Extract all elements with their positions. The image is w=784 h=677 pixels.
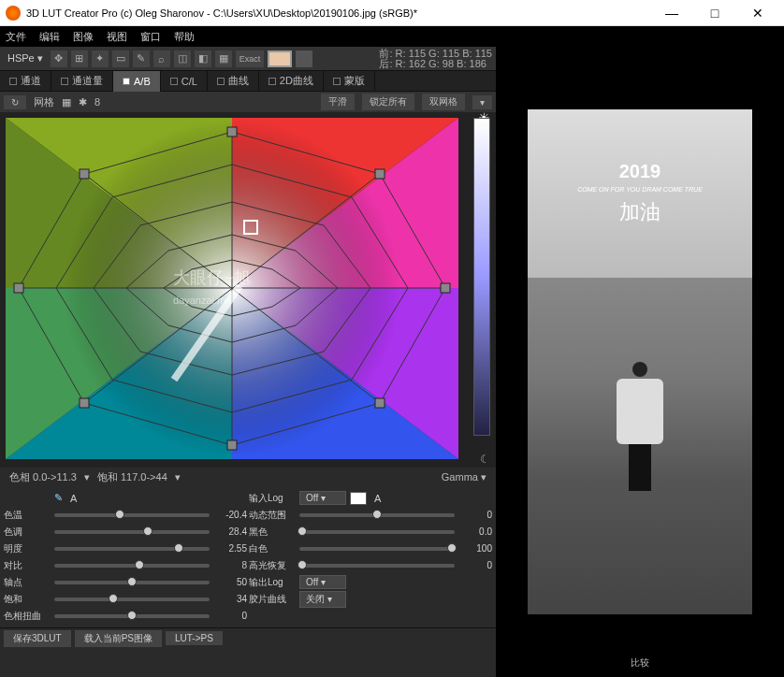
tool-icon[interactable]: ✦ [92,50,109,67]
menu-window[interactable]: 窗口 [140,30,161,44]
luminance-slider[interactable] [473,118,490,436]
dual-grid-button[interactable]: 双网格 [422,94,465,110]
tool-icon[interactable]: ▦ [215,50,232,67]
preview-subtitle: COME ON FOR YOU DRAM COME TRUE [577,186,703,193]
close-button[interactable]: ✕ [745,6,771,21]
slider-track[interactable] [54,530,210,534]
grid-pattern-icon[interactable]: ▦ [62,96,71,108]
sat-readout: 饱和 117.0->44 [94,470,171,484]
tab-ab[interactable]: A/B [113,71,161,92]
slider-track[interactable] [299,547,455,551]
swatch-secondary[interactable] [296,50,312,67]
svg-rect-22 [375,398,385,408]
brightness-low-icon: ☾ [480,453,490,466]
reset-button[interactable]: ↻ [4,95,26,109]
tool-icon[interactable]: ◫ [174,50,191,67]
tab-2d-curves[interactable]: 2D曲线 [259,71,324,92]
slider-value: 100 [458,543,492,554]
panel-tabs: 通道 通道量 A/B C/L 曲线 2D曲线 蒙版 [0,71,496,92]
menu-icon[interactable]: ▾ [472,95,492,109]
slider-value: 2.55 [213,543,247,554]
load-ps-image-button[interactable]: 载入当前PS图像 [75,630,162,647]
save-3dlut-button[interactable]: 保存3DLUT [4,630,71,647]
slider-label: 明度 [4,542,51,555]
slider-track[interactable] [299,530,455,534]
menu-bar: 文件 编辑 图像 视图 窗口 帮助 [0,26,784,47]
main-toolbar: HSPe ▾ ✥ ⊞ ✦ ▭ ✎ ⌕ ◫ ◧ ▦ Exact 前: R: 115… [0,47,496,71]
lock-all-button[interactable]: 锁定所有 [362,94,414,110]
compare-label[interactable]: 比较 [627,653,653,673]
tab-channel[interactable]: 通道 [0,71,51,92]
slider-value: -20.4 [213,510,247,520]
slider-label: 黑色 [249,526,296,539]
slider-label: 色相扭曲 [4,610,51,623]
preview-image[interactable]: 2019 COME ON FOR YOU DRAM COME TRUE 加油 [528,109,752,614]
menu-image[interactable]: 图像 [73,30,94,44]
preview-year-text: 2019 [619,161,661,182]
slider-track[interactable] [54,547,210,551]
slider-value: 8 [213,560,247,570]
color-mode-dropdown[interactable]: HSPe ▾ [4,52,47,65]
smooth-button[interactable]: 平滑 [321,94,355,110]
hue-readout: 色相 0.0->11.3 [6,470,80,484]
grid-web-icon[interactable]: ✱ [79,96,87,108]
slider-value: 0 [458,510,492,520]
exact-toggle[interactable]: Exact [236,50,265,67]
slider-label: 输出Log [249,576,296,589]
app-icon [6,6,21,21]
eyedropper-tool-icon[interactable]: ✎ [133,50,150,67]
color-swatch[interactable] [350,492,367,505]
slider-value: 28.4 [213,526,247,537]
color-grid-editor[interactable]: ☀ ☾ 大眼仔~旭dayanzai.me [0,112,496,468]
slider-value: 0 [213,611,247,621]
menu-file[interactable]: 文件 [6,30,26,44]
slider-track[interactable] [299,564,455,568]
grid-toolbar: ↻ 网格 ▦ ✱ 8 平滑 锁定所有 双网格 ▾ [0,92,496,112]
slider-label: 对比 [4,559,51,572]
slider-track[interactable] [54,581,210,584]
zoom-tool-icon[interactable]: ⌕ [153,50,170,67]
svg-rect-20 [375,169,385,179]
slider-track[interactable] [54,598,210,601]
svg-rect-19 [227,127,237,137]
move-tool-icon[interactable]: ✥ [51,50,67,67]
dropdown[interactable]: Off ▾ [299,575,346,589]
slider-value: 0.0 [458,526,492,537]
dropdown[interactable]: Off ▾ [299,491,346,505]
svg-rect-23 [227,440,237,450]
slider-label: 高光恢复 [249,559,296,572]
dropdown[interactable]: 关闭 ▾ [299,591,346,608]
svg-rect-24 [80,398,89,408]
menu-view[interactable]: 视图 [107,30,127,44]
maximize-button[interactable]: □ [702,6,728,21]
grid-count[interactable]: 8 [94,96,100,108]
tab-mask[interactable]: 蒙版 [324,71,375,92]
color-swatch[interactable] [268,50,292,67]
menu-edit[interactable]: 编辑 [39,30,60,44]
slider-label: 胶片曲线 [249,593,296,606]
slider-track[interactable] [54,614,210,618]
tool-icon[interactable]: ◧ [195,50,211,67]
lut-to-ps-button[interactable]: LUT->PS [166,631,223,645]
eyedropper-icon[interactable]: ✎ [54,492,63,504]
slider-track[interactable] [54,513,210,517]
preview-panel: 2019 COME ON FOR YOU DRAM COME TRUE 加油 比… [496,47,784,677]
menu-help[interactable]: 帮助 [174,30,195,44]
tool-icon[interactable]: ⊞ [71,50,88,67]
slider-value: 0 [458,560,492,570]
gamma-dropdown[interactable]: Gamma ▾ [438,471,490,483]
slider-label: 白色 [249,542,296,555]
tab-cl[interactable]: C/L [161,71,208,92]
bottom-toolbar: 保存3DLUT 载入当前PS图像 LUT->PS [0,627,496,648]
marquee-tool-icon[interactable]: ▭ [112,50,129,67]
minimize-button[interactable]: — [659,6,685,21]
slider-track[interactable] [54,564,210,568]
preview-cn-text: 加油 [619,198,661,226]
info-bar: 色相 0.0->11.3 ▾ 饱和 117.0->44 ▾ Gamma ▾ [0,468,496,486]
slider-label: 动态范围 [249,509,296,522]
slider-track[interactable] [299,513,455,517]
tab-channel-amount[interactable]: 通道量 [51,71,113,92]
slider-label: 色温 [4,509,51,522]
window-title: 3D LUT Creator Pro (c) Oleg Sharonov - C… [26,7,659,19]
tab-curves[interactable]: 曲线 [208,71,259,92]
